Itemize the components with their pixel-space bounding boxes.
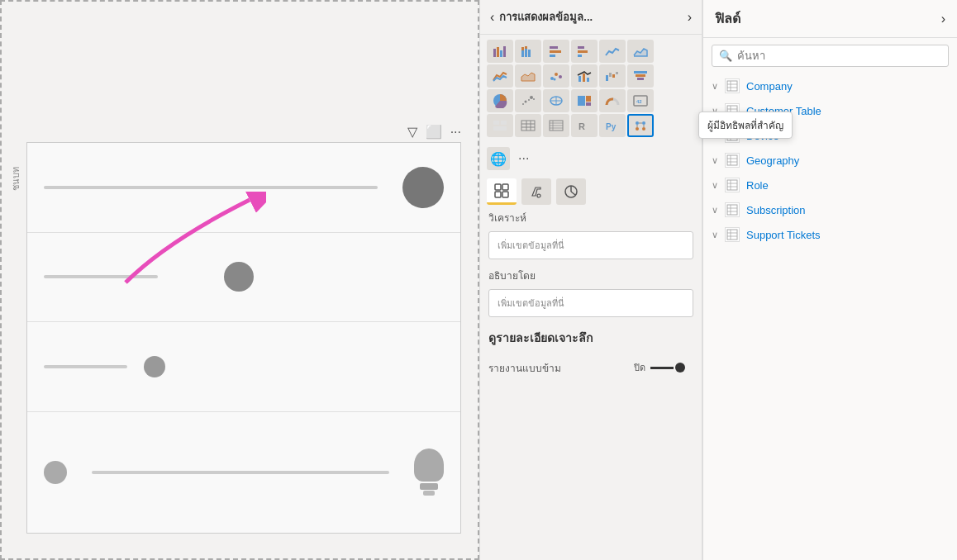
search-box[interactable]: 🔍 bbox=[712, 45, 949, 67]
field-item-role[interactable]: ∨ Role bbox=[703, 173, 957, 197]
viz-scatter[interactable] bbox=[543, 64, 569, 88]
viz-line2[interactable] bbox=[487, 64, 513, 88]
svg-point-36 bbox=[533, 98, 535, 100]
viz-row-1 bbox=[487, 40, 695, 63]
field-item-geography[interactable]: ∨ Geography bbox=[703, 148, 957, 173]
viz-treemap[interactable] bbox=[571, 89, 598, 112]
expand-icon: ∨ bbox=[712, 230, 718, 240]
expand-icon: ∨ bbox=[712, 180, 718, 191]
globe-icon[interactable]: 🌐 bbox=[487, 147, 510, 170]
svg-rect-41 bbox=[586, 96, 591, 102]
svg-point-63 bbox=[642, 127, 645, 131]
tab-fields[interactable] bbox=[487, 178, 517, 205]
right-panel: ฟิลด์ › 🔍 ∨ Company ∨ Cu bbox=[702, 0, 957, 560]
viz-area2[interactable] bbox=[515, 64, 541, 88]
bubble-xs bbox=[44, 461, 67, 484]
field-name: Role bbox=[746, 179, 769, 192]
expand-icon: ∨ bbox=[712, 205, 718, 216]
svg-rect-42 bbox=[586, 102, 591, 106]
canvas-area: ▽ ⬜ ··· ชนบท bbox=[0, 0, 479, 560]
viz-table[interactable] bbox=[515, 114, 541, 137]
viz-r-visual[interactable]: R bbox=[571, 114, 598, 137]
svg-rect-69 bbox=[495, 192, 501, 197]
viz-line[interactable] bbox=[599, 40, 626, 63]
explain-dropzone[interactable]: เพิ่มเขตข้อมูลที่นี่ bbox=[488, 289, 693, 317]
table-icon bbox=[725, 227, 740, 242]
field-name: Geography bbox=[746, 154, 799, 167]
viz-waterfall[interactable] bbox=[599, 64, 626, 88]
svg-point-18 bbox=[555, 73, 558, 76]
viz-grid: 42 R Py bbox=[480, 35, 702, 144]
search-input[interactable] bbox=[737, 50, 941, 62]
field-name: Company bbox=[746, 80, 793, 93]
tab-analytics[interactable] bbox=[556, 178, 586, 205]
vertical-axis-label: ชนบท bbox=[8, 167, 23, 191]
lightbulb-icon bbox=[414, 448, 444, 496]
fields-title: ฟิลด์ bbox=[715, 8, 941, 29]
filter-icon[interactable]: ▽ bbox=[407, 124, 417, 140]
viz-funnel[interactable] bbox=[627, 64, 654, 88]
bubble-small bbox=[144, 356, 165, 377]
field-name: Subscription bbox=[746, 204, 806, 216]
expand-icon: ∨ bbox=[712, 81, 718, 92]
viz-bar-horizontal[interactable] bbox=[543, 40, 569, 63]
svg-rect-7 bbox=[525, 49, 527, 57]
viz-matrix[interactable] bbox=[543, 114, 569, 137]
tooltip-key-influencers: ผู้มีอิทธิพลที่สำคัญ bbox=[698, 112, 793, 139]
more-visuals-button[interactable]: ··· bbox=[513, 149, 534, 168]
svg-rect-2 bbox=[497, 47, 499, 57]
svg-rect-22 bbox=[583, 74, 585, 82]
svg-point-60 bbox=[636, 121, 639, 125]
explain-label: อธิบายโดย bbox=[480, 263, 702, 286]
viz-gauge[interactable] bbox=[599, 89, 626, 112]
field-item-company[interactable]: ∨ Company bbox=[703, 74, 957, 98]
viz-bar-horizontal2[interactable] bbox=[571, 40, 598, 63]
svg-rect-68 bbox=[502, 184, 508, 190]
svg-text:R: R bbox=[578, 121, 585, 131]
frame-icon[interactable]: ⬜ bbox=[426, 124, 442, 140]
chart-visualization bbox=[26, 142, 461, 534]
viz-python-visual[interactable]: Py bbox=[599, 114, 626, 137]
table-icon bbox=[725, 78, 740, 93]
viz-row-4: R Py ผู้มีอิทธิพลที่สำคัญ bbox=[487, 114, 695, 137]
svg-point-35 bbox=[530, 96, 533, 99]
svg-rect-27 bbox=[616, 72, 618, 74]
svg-rect-25 bbox=[609, 73, 612, 77]
panel-back-arrow[interactable]: ‹ bbox=[490, 10, 494, 25]
viz-kpi[interactable] bbox=[487, 114, 513, 137]
bottom-tabs bbox=[480, 173, 702, 205]
viz-bar-clustered[interactable] bbox=[487, 40, 513, 63]
expand-icon: ∨ bbox=[712, 155, 718, 166]
field-item-support-tickets[interactable]: ∨ Support Tickets bbox=[703, 222, 957, 247]
svg-point-33 bbox=[525, 101, 527, 103]
more-icon[interactable]: ··· bbox=[450, 125, 461, 140]
svg-rect-91 bbox=[727, 180, 737, 190]
toggle-switch[interactable] bbox=[650, 363, 685, 373]
svg-point-71 bbox=[537, 194, 540, 197]
svg-rect-10 bbox=[550, 46, 558, 49]
svg-rect-99 bbox=[727, 230, 737, 240]
right-header: ฟิลด์ › bbox=[703, 0, 957, 38]
svg-point-61 bbox=[642, 121, 645, 125]
panel-forward-arrow[interactable]: › bbox=[688, 10, 692, 25]
canvas-toolbar: ▽ ⬜ ··· bbox=[407, 124, 461, 140]
viz-combo[interactable] bbox=[571, 64, 598, 88]
svg-rect-8 bbox=[525, 46, 527, 49]
right-panel-collapse[interactable]: › bbox=[941, 12, 945, 26]
svg-rect-45 bbox=[493, 121, 499, 125]
svg-rect-67 bbox=[495, 184, 501, 190]
analyze-dropzone[interactable]: เพิ่มเขตข้อมูลที่นี่ bbox=[488, 231, 693, 259]
viz-scatter2[interactable] bbox=[515, 89, 541, 112]
viz-area[interactable] bbox=[627, 40, 654, 63]
svg-rect-95 bbox=[727, 205, 737, 215]
field-item-subscription[interactable]: ∨ Subscription bbox=[703, 197, 957, 222]
viz-card[interactable]: 42 bbox=[627, 89, 654, 112]
viz-map[interactable] bbox=[543, 89, 569, 112]
tab-paint[interactable] bbox=[521, 178, 551, 205]
viz-key-influencers[interactable]: ผู้มีอิทธิพลที่สำคัญ bbox=[627, 114, 654, 137]
svg-rect-26 bbox=[612, 74, 615, 78]
viz-bar-stacked[interactable] bbox=[515, 40, 541, 63]
svg-rect-15 bbox=[578, 55, 582, 57]
svg-rect-14 bbox=[578, 50, 588, 53]
viz-pie[interactable] bbox=[487, 89, 513, 112]
